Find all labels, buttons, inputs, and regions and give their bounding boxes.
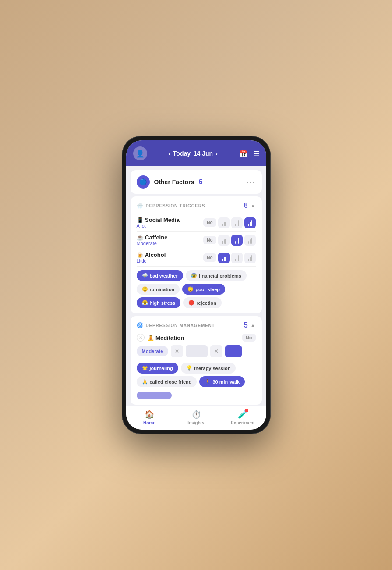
header-actions: 📅 ☰: [239, 150, 259, 158]
current-date: Today, 14 Jun: [173, 150, 213, 157]
insights-icon: ⏱️: [191, 410, 201, 419]
tag-30-min-walk[interactable]: 🚶 30 min walk: [199, 376, 245, 387]
no-button-social[interactable]: No: [203, 218, 216, 227]
section-title-group: 🌧️ DEPRESSION TRIGGERS: [137, 203, 205, 209]
bottom-navigation: 🏠 Home ⏱️ Insights 🧪 Experiment: [126, 406, 266, 430]
caffeine-subtitle: Moderate: [137, 241, 168, 246]
cloud-icon: 🌧️: [137, 203, 143, 209]
other-factors-card: 🔵 Other Factors 6 ···: [131, 170, 262, 194]
tag-financial-problems[interactable]: 😰 financial problems: [186, 270, 247, 281]
tag-therapy-session[interactable]: 💡 therapy session: [181, 363, 236, 374]
walk-emoji: 🚶: [205, 379, 211, 385]
more-options-button[interactable]: ···: [246, 178, 255, 187]
experiment-icon-wrap: 🧪: [238, 410, 247, 419]
rumination-emoji: 😟: [142, 286, 148, 292]
management-tags: 🌟 journaling 💡 therapy session 🙏 called …: [137, 363, 256, 387]
tag-journaling[interactable]: 🌟 journaling: [137, 363, 178, 374]
trigger-tags: ⛈️ bad weather 😰 financial problems 😟 ru…: [137, 270, 256, 308]
meditation-no-button[interactable]: No: [242, 334, 256, 342]
low-bar-caffeine[interactable]: [218, 235, 230, 246]
meditation-row: ✕ 🧘 Meditation No: [137, 334, 256, 342]
no-button-alcohol[interactable]: No: [203, 253, 216, 262]
social-media-row: 📱 Social Media A lot No: [137, 214, 256, 232]
meditation-purple-btn[interactable]: [225, 345, 242, 357]
avatar-icon[interactable]: 👤: [133, 146, 147, 160]
therapy-label: therapy session: [194, 366, 231, 371]
meditation-blank-1: [186, 345, 208, 357]
friend-emoji: 🙏: [142, 379, 148, 385]
mid-bar-social[interactable]: [231, 217, 243, 228]
nav-home[interactable]: 🏠 Home: [126, 410, 173, 425]
management-section-header: 🌀 DEPRESSION MANAGEMENT 5 ▲: [137, 321, 256, 329]
tag-rumination[interactable]: 😟 rumination: [137, 284, 180, 295]
tag-rejection[interactable]: 🔴 rejection: [183, 297, 222, 308]
menu-icon[interactable]: ☰: [253, 150, 259, 158]
high-stress-emoji: 😤: [142, 300, 148, 306]
mid-bar-alcohol[interactable]: [231, 253, 243, 263]
management-count: 5: [244, 321, 248, 329]
management-icon: 🌀: [137, 322, 143, 328]
management-count-group: 5 ▲: [244, 321, 256, 329]
alcohol-row: 🍺 Alcohol Little No: [137, 249, 256, 267]
alcohol-name: 🍺 Alcohol: [137, 252, 166, 258]
nav-insights[interactable]: ⏱️ Insights: [173, 410, 219, 425]
more-button-partial[interactable]: [137, 392, 172, 399]
poor-sleep-label: poor sleep: [195, 287, 220, 292]
caffeine-name: ☕ Caffeine: [137, 234, 168, 241]
high-bar-caffeine[interactable]: [244, 235, 256, 246]
section-count-group: 6 ▲: [244, 202, 256, 210]
triggers-count: 6: [244, 202, 248, 210]
meditation-x-btn-2[interactable]: ✕: [210, 345, 222, 357]
journaling-label: journaling: [150, 366, 173, 371]
other-factors-count: 6: [199, 178, 203, 185]
social-media-info: 📱 Social Media A lot: [137, 217, 180, 228]
alcohol-controls: No: [203, 253, 255, 263]
therapy-emoji: 💡: [186, 365, 192, 371]
depression-triggers-section: 🌧️ DEPRESSION TRIGGERS 6 ▲ 📱 Social Medi…: [131, 196, 262, 314]
date-navigation: ‹ Today, 14 Jun ›: [168, 150, 218, 157]
section-title: DEPRESSION TRIGGERS: [146, 203, 205, 208]
financial-problems-emoji: 😰: [191, 273, 197, 278]
main-content: 🔵 Other Factors 6 ··· 🌧️ DEPRESSION TRIG…: [126, 166, 266, 406]
no-button-caffeine[interactable]: No: [203, 236, 216, 244]
poor-sleep-emoji: 😴: [187, 286, 194, 292]
rumination-label: rumination: [150, 287, 175, 292]
experiment-label: Experiment: [231, 420, 254, 425]
notification-dot: [245, 409, 248, 412]
alcohol-subtitle: Little: [137, 258, 166, 264]
tag-poor-sleep[interactable]: 😴 poor sleep: [182, 284, 225, 295]
tag-bad-weather[interactable]: ⛈️ bad weather: [137, 270, 183, 281]
other-factors-title: Other Factors 6: [154, 178, 203, 186]
low-bar-social[interactable]: [218, 217, 230, 228]
management-title-group: 🌀 DEPRESSION MANAGEMENT: [137, 322, 215, 328]
social-media-controls: No: [203, 217, 255, 228]
collapse-button[interactable]: ▲: [251, 203, 256, 209]
meditation-name: 🧘 Meditation: [147, 335, 184, 341]
alcohol-info: 🍺 Alcohol Little: [137, 252, 166, 264]
meditation-moderate-tag[interactable]: Moderate: [137, 346, 169, 356]
app-header: 👤 ‹ Today, 14 Jun › 📅 ☰: [126, 140, 266, 166]
caffeine-row: ☕ Caffeine Moderate No: [137, 232, 256, 249]
low-bar-alcohol[interactable]: [218, 253, 230, 263]
social-media-subtitle: A lot: [137, 223, 180, 228]
tag-high-stress[interactable]: 😤 high stress: [137, 297, 181, 308]
management-collapse-button[interactable]: ▲: [251, 322, 256, 328]
tag-called-close-friend[interactable]: 🙏 called close friend: [137, 376, 197, 387]
calendar-icon[interactable]: 📅: [239, 150, 248, 158]
meditation-x-btn-1[interactable]: ✕: [171, 345, 183, 357]
nav-experiment[interactable]: 🧪 Experiment: [219, 410, 266, 425]
bad-weather-label: bad weather: [150, 273, 178, 278]
financial-problems-label: financial problems: [199, 273, 241, 278]
high-bar-social[interactable]: [244, 217, 256, 228]
caffeine-controls: No: [203, 235, 255, 246]
bad-weather-emoji: ⛈️: [142, 273, 148, 278]
other-factors-left: 🔵 Other Factors 6: [137, 175, 203, 189]
home-label: Home: [143, 420, 155, 425]
rejection-label: rejection: [196, 300, 216, 306]
high-bar-alcohol[interactable]: [244, 253, 256, 263]
next-date-button[interactable]: ›: [215, 150, 218, 157]
meditation-close-icon[interactable]: ✕: [137, 334, 145, 342]
prev-date-button[interactable]: ‹: [168, 150, 170, 157]
rejection-emoji: 🔴: [188, 300, 194, 306]
mid-bar-caffeine[interactable]: [231, 235, 243, 246]
